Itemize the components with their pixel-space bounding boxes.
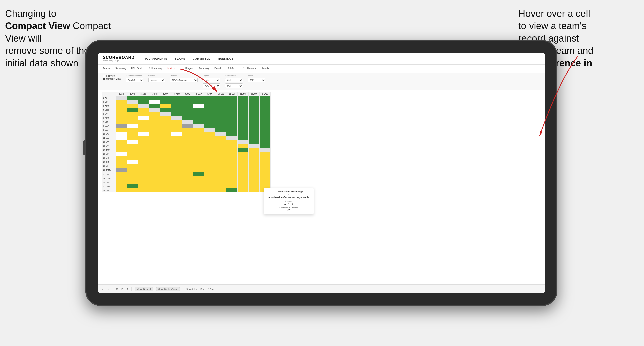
matrix-cell[interactable] — [171, 164, 182, 168]
matrix-cell[interactable] — [116, 112, 127, 116]
matrix-cell[interactable] — [226, 96, 238, 100]
matrix-cell[interactable] — [238, 172, 249, 176]
matrix-cell[interactable] — [127, 128, 138, 132]
matrix-cell[interactable] — [238, 176, 249, 180]
matrix-cell[interactable] — [127, 136, 138, 140]
matrix-cell[interactable] — [116, 152, 127, 156]
matrix-cell[interactable] — [182, 120, 193, 124]
matrix-cell[interactable] — [182, 104, 193, 108]
matrix-cell[interactable] — [171, 112, 182, 116]
matrix-cell[interactable] — [138, 160, 149, 164]
matrix-cell[interactable] — [226, 188, 238, 192]
matrix-cell[interactable] — [193, 108, 204, 112]
matrix-cell[interactable] — [260, 104, 271, 108]
matrix-cell[interactable] — [204, 136, 215, 140]
redo-button[interactable]: ↪ — [107, 288, 109, 290]
matrix-cell[interactable] — [226, 160, 238, 164]
matrix-cell[interactable] — [171, 124, 182, 128]
matrix-cell[interactable] — [127, 96, 138, 100]
matrix-cell[interactable] — [249, 148, 260, 152]
matrix-cell[interactable] — [193, 104, 204, 108]
matrix-cell[interactable] — [182, 188, 193, 192]
matrix-cell[interactable] — [171, 116, 182, 120]
matrix-cell[interactable] — [149, 104, 160, 108]
matrix-cell[interactable] — [193, 132, 204, 136]
matrix-cell[interactable] — [260, 136, 271, 140]
matrix-cell[interactable] — [160, 152, 171, 156]
matrix-cell[interactable] — [260, 96, 271, 100]
matrix-cell[interactable] — [127, 144, 138, 148]
matrix-cell[interactable] — [260, 176, 271, 180]
matrix-cell[interactable] — [127, 112, 138, 116]
matrix-cell[interactable] — [260, 160, 271, 164]
matrix-cell[interactable] — [238, 104, 249, 108]
matrix-cell[interactable] — [149, 116, 160, 120]
matrix-cell[interactable] — [160, 164, 171, 168]
subnav-detail[interactable]: Detail — [214, 66, 221, 71]
matrix-cell[interactable] — [116, 132, 127, 136]
matrix-cell[interactable] — [226, 136, 238, 140]
matrix-cell[interactable] — [193, 144, 204, 148]
matrix-cell[interactable] — [116, 140, 127, 144]
matrix-cell[interactable] — [127, 152, 138, 156]
matrix-cell[interactable] — [238, 132, 249, 136]
subnav-h2h-grid-1[interactable]: H2H Grid — [131, 66, 142, 71]
matrix-cell[interactable] — [204, 156, 215, 160]
matrix-cell[interactable] — [193, 176, 204, 180]
matrix-cell[interactable] — [127, 132, 138, 136]
matrix-cell[interactable] — [193, 184, 204, 188]
matrix-cell[interactable] — [204, 120, 215, 124]
matrix-cell[interactable] — [226, 140, 238, 144]
matrix-cell[interactable] — [160, 168, 171, 172]
matrix-cell[interactable] — [171, 160, 182, 164]
matrix-cell[interactable] — [204, 188, 215, 192]
matrix-cell[interactable] — [238, 128, 249, 132]
matrix-cell[interactable] — [149, 172, 160, 176]
matrix-cell[interactable] — [138, 116, 149, 120]
matrix-cell[interactable] — [215, 176, 226, 180]
matrix-cell[interactable] — [249, 96, 260, 100]
matrix-cell[interactable] — [127, 116, 138, 120]
matrix-cell[interactable] — [160, 136, 171, 140]
matrix-cell[interactable] — [249, 172, 260, 176]
matrix-cell[interactable] — [149, 176, 160, 180]
subnav-players[interactable]: Players — [185, 66, 194, 71]
matrix-cell[interactable] — [138, 108, 149, 112]
matrix-cell[interactable] — [116, 156, 127, 160]
matrix-cell[interactable] — [116, 120, 127, 124]
matrix-cell[interactable] — [238, 124, 249, 128]
matrix-cell[interactable] — [204, 104, 215, 108]
matrix-cell[interactable] — [249, 176, 260, 180]
matrix-cell[interactable] — [204, 168, 215, 172]
matrix-cell[interactable] — [238, 108, 249, 112]
matrix-cell[interactable] — [204, 144, 215, 148]
matrix-cell[interactable] — [160, 140, 171, 144]
matrix-cell[interactable] — [138, 172, 149, 176]
matrix-cell[interactable] — [226, 168, 238, 172]
subnav-summary-2[interactable]: Summary — [199, 66, 209, 71]
matrix-cell[interactable] — [260, 180, 271, 184]
matrix-cell[interactable] — [171, 156, 182, 160]
matrix-cell[interactable] — [171, 132, 182, 136]
matrix-cell[interactable] — [127, 124, 138, 128]
matrix-cell[interactable] — [138, 184, 149, 188]
matrix-cell[interactable] — [127, 180, 138, 184]
conference-select-2[interactable]: (All) — [225, 83, 243, 88]
matrix-cell[interactable] — [127, 100, 138, 104]
layout-button[interactable]: ⊞ ≡ — [200, 288, 204, 290]
matrix-cell[interactable] — [249, 140, 260, 144]
matrix-cell[interactable] — [149, 132, 160, 136]
matrix-cell[interactable] — [182, 172, 193, 176]
tool-3[interactable]: ⌂ — [112, 288, 113, 290]
matrix-cell[interactable] — [193, 136, 204, 140]
matrix-cell[interactable] — [171, 136, 182, 140]
matrix-cell[interactable] — [138, 180, 149, 184]
matrix-cell[interactable] — [215, 168, 226, 172]
tool-4[interactable]: ⊞ — [116, 288, 118, 290]
matrix-cell[interactable] — [127, 188, 138, 192]
matrix-cell[interactable] — [138, 136, 149, 140]
matrix-cell[interactable] — [226, 176, 238, 180]
matrix-cell[interactable] — [204, 96, 215, 100]
matrix-cell[interactable] — [215, 128, 226, 132]
matrix-cell[interactable] — [226, 172, 238, 176]
